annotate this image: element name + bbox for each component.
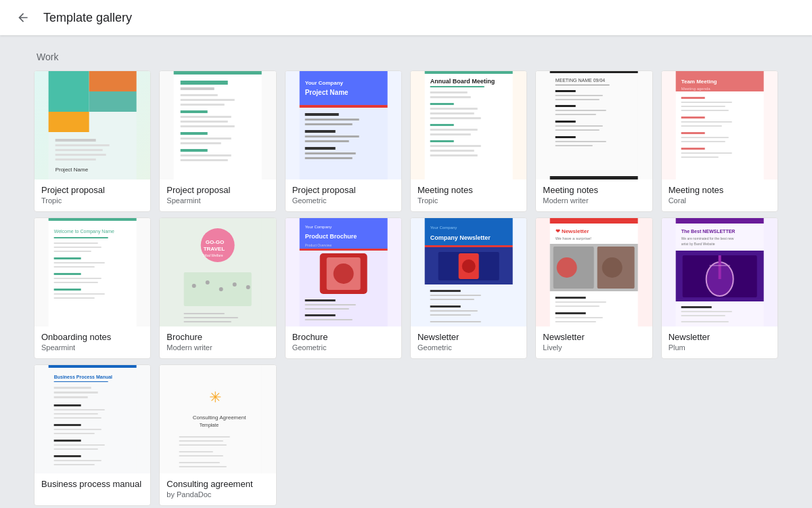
svg-rect-167 (556, 321, 596, 322)
card-name: Project proposal (292, 185, 394, 195)
section-title: Work (34, 51, 778, 62)
work-section: Work Project (34, 51, 778, 506)
template-card-project-proposal-tropic[interactable]: Project Name Project proposal Tropic (34, 70, 151, 212)
svg-text:Welcome to Company Name: Welcome to Company Name (54, 229, 114, 234)
svg-rect-198 (54, 448, 98, 450)
svg-rect-190 (54, 409, 105, 410)
svg-text:We have a surprise!: We have a surprise! (556, 236, 592, 240)
template-card-newsletter-lively[interactable]: ❤ Newsletter We have a surprise! (535, 217, 652, 359)
card-name: Newsletter (543, 332, 645, 342)
template-card-newsletter-geometric[interactable]: Your Company Company Newsletter (410, 217, 527, 359)
card-name: Onboarding notes (41, 332, 143, 342)
svg-rect-93 (49, 218, 137, 326)
card-name: Meeting notes (543, 185, 645, 195)
svg-rect-193 (54, 424, 81, 426)
template-card-brochure-geometric[interactable]: Your Company Product Brochure Product Ov… (285, 217, 402, 359)
svg-rect-102 (54, 266, 95, 268)
svg-rect-178 (681, 306, 711, 308)
svg-rect-91 (681, 152, 731, 154)
svg-rect-191 (54, 413, 98, 415)
template-card-business-process-manual[interactable]: Business Process Manual (34, 364, 151, 506)
svg-rect-134 (304, 308, 348, 310)
svg-rect-96 (54, 237, 108, 238)
svg-rect-192 (54, 417, 102, 419)
template-card-project-proposal-spearmint[interactable]: Project proposal Spearmint (159, 70, 276, 212)
svg-text:Meeting agenda: Meeting agenda (681, 87, 710, 91)
template-card-consulting-agreement[interactable]: ✳ Consulting Agreement Template Consulti… (159, 364, 276, 506)
svg-rect-108 (54, 297, 95, 299)
svg-rect-20 (181, 121, 228, 123)
svg-text:Consulting Agreement: Consulting Agreement (193, 415, 246, 421)
svg-text:Team Meeting: Team Meeting (681, 79, 717, 85)
svg-text:✳: ✳ (209, 389, 221, 406)
svg-text:Product Brochure: Product Brochure (304, 233, 357, 240)
card-sub: Plum (669, 343, 771, 352)
template-card-meeting-notes-coral[interactable]: Team Meeting Meeting agenda (661, 70, 778, 212)
svg-rect-8 (55, 154, 106, 156)
svg-text:We are nominated for the best : We are nominated for the best new (681, 236, 734, 240)
template-card-newsletter-plum[interactable]: The Best NEWSLETTER We are nominated for… (661, 217, 778, 359)
svg-rect-122 (184, 321, 231, 322)
svg-text:artist by Band Website: artist by Band Website (681, 242, 715, 246)
card-sub: Spearmint (41, 343, 143, 352)
svg-rect-135 (304, 314, 335, 316)
svg-rect-64 (556, 95, 603, 96)
svg-point-131 (333, 263, 353, 284)
svg-rect-67 (556, 110, 606, 111)
svg-rect-199 (54, 455, 81, 457)
svg-text:Template: Template (200, 423, 219, 428)
template-card-onboarding-notes-spearmint[interactable]: Welcome to Company Name (34, 217, 151, 359)
svg-rect-27 (181, 159, 228, 161)
card-sub: Tropic (41, 196, 143, 205)
svg-point-160 (557, 257, 577, 278)
back-button[interactable] (11, 5, 35, 30)
svg-rect-80 (681, 97, 704, 99)
template-card-project-proposal-geometric[interactable]: Your Company Project Name (285, 70, 402, 212)
svg-rect-196 (54, 440, 81, 442)
svg-text:The Best NEWSLETTER: The Best NEWSLETTER (681, 229, 735, 234)
svg-text:Your Company: Your Company (304, 225, 331, 229)
card-name: Project proposal (166, 185, 269, 195)
svg-rect-104 (54, 278, 102, 279)
svg-rect-29 (299, 71, 387, 105)
svg-rect-81 (681, 102, 731, 103)
svg-rect-55 (430, 140, 454, 142)
card-sub: Modern writer (543, 196, 645, 205)
template-card-meeting-notes-tropic[interactable]: Annual Board Meeting (410, 70, 527, 212)
svg-rect-72 (556, 136, 576, 138)
svg-text:Company Newsletter: Company Newsletter (430, 234, 491, 241)
svg-rect-201 (54, 464, 95, 465)
svg-rect-88 (681, 137, 728, 138)
svg-rect-166 (556, 317, 603, 318)
svg-rect-181 (681, 321, 728, 322)
svg-rect-14 (181, 87, 215, 90)
svg-rect-150 (430, 310, 478, 312)
template-row-1: Project Name Project proposal Tropic (34, 70, 778, 212)
svg-text:Your Company: Your Company (304, 80, 343, 86)
template-gallery-content: Work Project (34, 35, 778, 508)
svg-rect-163 (556, 301, 606, 303)
card-name: Business process manual (41, 479, 143, 489)
svg-rect-63 (556, 90, 576, 92)
svg-point-117 (219, 287, 223, 291)
svg-rect-52 (430, 124, 454, 126)
svg-rect-128 (299, 249, 387, 251)
svg-rect-188 (54, 396, 88, 398)
card-name: Project proposal (41, 185, 143, 195)
svg-rect-34 (304, 119, 359, 121)
svg-point-145 (462, 259, 476, 273)
template-card-meeting-notes-modern-writer[interactable]: MEETING NAME 09/04 (535, 70, 652, 212)
svg-rect-164 (556, 305, 600, 307)
svg-rect-62 (556, 85, 610, 85)
svg-rect-60 (550, 71, 638, 73)
svg-rect-43 (425, 71, 513, 74)
svg-rect-211 (179, 462, 220, 463)
svg-text:Tribal Welfare: Tribal Welfare (202, 253, 223, 257)
svg-rect-19 (181, 116, 231, 118)
svg-rect-148 (430, 299, 474, 300)
template-card-brochure-modern-writer[interactable]: GO-GO TRAVEL Tribal Welfare (159, 217, 276, 359)
page-title: Template gallery (43, 11, 132, 25)
svg-rect-87 (681, 132, 704, 134)
svg-rect-7 (55, 149, 103, 151)
svg-rect-84 (681, 117, 704, 119)
